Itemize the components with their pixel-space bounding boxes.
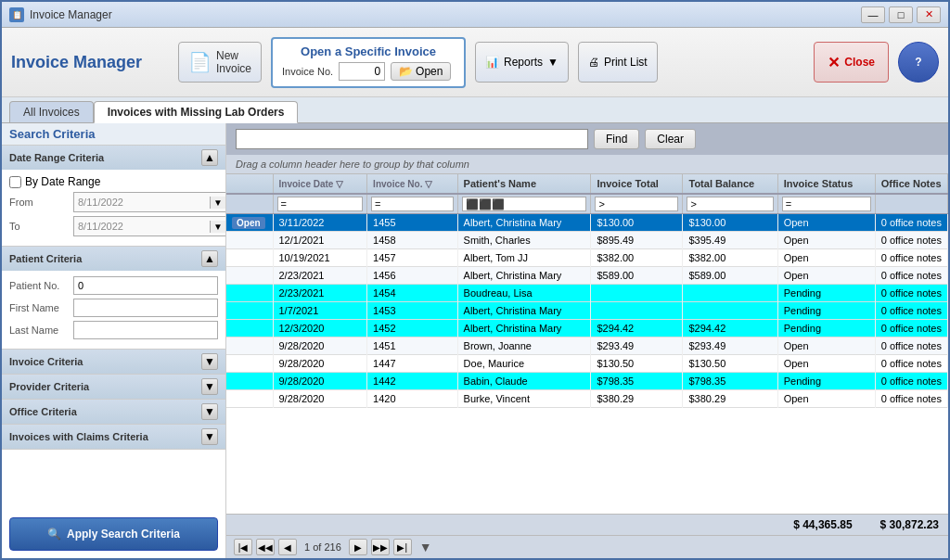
minimize-button[interactable]: — xyxy=(861,6,885,23)
row-invoice-no: 1457 xyxy=(367,249,457,267)
close-button[interactable]: ✕ Close xyxy=(814,42,889,83)
claims-criteria-header[interactable]: Invoices with Claims Criteria ▼ xyxy=(2,425,225,449)
sidebar-title: Search Criteria xyxy=(2,123,225,146)
new-invoice-button[interactable]: 📄 New Invoice xyxy=(178,42,262,83)
invoice-no-input[interactable] xyxy=(339,62,385,81)
page-prev-prev-button[interactable]: ◀◀ xyxy=(256,539,275,555)
row-invoice-no: 1452 xyxy=(367,320,457,337)
row-invoice-no: 1442 xyxy=(367,373,457,390)
row-invoice-no: 1458 xyxy=(367,232,457,249)
date-range-toggle[interactable]: ▲ xyxy=(201,149,218,166)
filter-date-input[interactable] xyxy=(277,197,364,211)
col-header-patient-name[interactable]: Patient's Name xyxy=(457,174,591,194)
claims-criteria-toggle[interactable]: ▼ xyxy=(201,428,218,445)
row-status-badge xyxy=(226,249,273,267)
table-row[interactable]: Open3/11/20221455Albert, Christina Mary$… xyxy=(226,214,948,232)
print-list-label: Print List xyxy=(604,56,648,69)
tab-missing-lab-orders[interactable]: Invoices with Missing Lab Orders xyxy=(94,101,299,123)
col-header-invoice-no[interactable]: Invoice No. ▽ xyxy=(367,174,457,194)
row-invoice-total: $895.49 xyxy=(591,232,683,249)
col-header-invoice-total[interactable]: Invoice Total xyxy=(591,174,683,194)
reports-button[interactable]: 📊 Reports ▼ xyxy=(475,42,569,83)
find-label: Find xyxy=(606,133,627,146)
open-invoice-button[interactable]: 📂 Open xyxy=(391,62,451,81)
find-button[interactable]: Find xyxy=(594,129,639,149)
date-range-header[interactable]: Date Range Criteria ▲ xyxy=(2,146,225,170)
print-list-button[interactable]: 🖨 Print List xyxy=(578,42,658,83)
help-button[interactable]: ? xyxy=(898,42,939,83)
apply-search-button[interactable]: 🔍 Apply Search Criteria xyxy=(9,517,218,551)
invoice-criteria-toggle[interactable]: ▼ xyxy=(201,353,218,370)
table-row[interactable]: 9/28/20201420Burke, Vincent$380.29$380.2… xyxy=(226,390,948,408)
by-date-range-checkbox[interactable] xyxy=(9,176,21,188)
page-next-next-button[interactable]: ▶▶ xyxy=(371,539,390,555)
filter-no-input[interactable] xyxy=(371,197,453,211)
table-row[interactable]: 2/23/20211456Albert, Christina Mary$589.… xyxy=(226,267,948,285)
table-row[interactable]: 12/3/20201452Albert, Christina Mary$294.… xyxy=(226,320,948,337)
col-header-office-notes[interactable]: Office Notes xyxy=(875,174,947,194)
office-criteria-toggle[interactable]: ▼ xyxy=(201,403,218,420)
page-prev-button[interactable]: ◀ xyxy=(278,539,297,555)
patient-no-row: Patient No. xyxy=(9,276,218,295)
pagination: |◀ ◀◀ ◀ 1 of 216 ▶ ▶▶ ▶| ▼ xyxy=(226,535,948,558)
filter-patient-input[interactable] xyxy=(462,197,587,211)
col-header-total-balance[interactable]: Total Balance xyxy=(683,174,777,194)
app-icon: 📋 xyxy=(9,7,24,22)
row-date: 2/23/2021 xyxy=(273,267,367,285)
provider-criteria-toggle[interactable]: ▼ xyxy=(201,378,218,395)
row-status: Open xyxy=(777,337,875,355)
row-invoice-total xyxy=(591,285,683,302)
page-first-button[interactable]: |◀ xyxy=(234,539,252,555)
page-last-button[interactable]: ▶| xyxy=(393,539,412,555)
row-office-notes: 0 office notes xyxy=(875,285,947,302)
clear-button[interactable]: Clear xyxy=(645,129,696,149)
row-office-notes: 0 office notes xyxy=(875,232,947,249)
filter-patient xyxy=(457,194,591,214)
close-window-button[interactable]: ✕ xyxy=(917,6,941,23)
maximize-button[interactable]: □ xyxy=(889,6,913,23)
clear-label: Clear xyxy=(657,133,684,146)
filter-status-input[interactable] xyxy=(782,197,871,211)
search-input[interactable] xyxy=(236,129,588,149)
table-row[interactable]: 1/7/20211453Albert, Christina MaryPendin… xyxy=(226,302,948,320)
table-row[interactable]: 9/28/20201447Doe, Maurice$130.50$130.50O… xyxy=(226,355,948,373)
tab-all-invoices[interactable]: All Invoices xyxy=(9,101,94,122)
invoice-criteria-header[interactable]: Invoice Criteria ▼ xyxy=(2,350,225,374)
table-row[interactable]: 9/28/20201442Babin, Claude$798.35$798.35… xyxy=(226,373,948,390)
table-row[interactable]: 12/1/20211458Smith, Charles$895.49$395.4… xyxy=(226,232,948,249)
title-bar-left: 📋 Invoice Manager xyxy=(9,7,112,22)
table-row[interactable]: 9/28/20201451Brown, Joanne$293.49$293.49… xyxy=(226,337,948,355)
from-date-input[interactable] xyxy=(74,193,210,211)
row-invoice-no: 1420 xyxy=(367,390,457,408)
patient-no-label: Patient No. xyxy=(9,280,70,291)
to-date-input[interactable] xyxy=(74,217,210,235)
invoice-criteria-label: Invoice Criteria xyxy=(9,356,83,367)
by-date-range-label: By Date Range xyxy=(25,175,100,188)
first-name-input[interactable] xyxy=(73,299,218,317)
page-next-button[interactable]: ▶ xyxy=(349,539,367,555)
row-total-balance: $380.29 xyxy=(683,390,777,408)
col-header-invoice-status[interactable]: Invoice Status xyxy=(777,174,875,194)
col-header-invoice-date[interactable]: Invoice Date ▽ xyxy=(273,174,367,194)
patient-no-input[interactable] xyxy=(73,276,218,295)
apply-search-label: Apply Search Criteria xyxy=(67,528,180,541)
patient-criteria-header[interactable]: Patient Criteria ▲ xyxy=(2,247,225,271)
row-invoice-total: $130.50 xyxy=(591,355,683,373)
sidebar: Search Criteria Date Range Criteria ▲ By… xyxy=(2,123,226,558)
office-criteria-header[interactable]: Office Criteria ▼ xyxy=(2,400,225,424)
patient-criteria-toggle[interactable]: ▲ xyxy=(201,250,218,267)
provider-criteria-header[interactable]: Provider Criteria ▼ xyxy=(2,375,225,399)
table-row[interactable]: 2/23/20211454Boudreau, LisaPending0 offi… xyxy=(226,285,948,302)
last-name-row: Last Name xyxy=(9,321,218,339)
filter-balance-input[interactable] xyxy=(687,197,773,211)
last-name-input[interactable] xyxy=(73,321,218,339)
col-header-status-badge[interactable] xyxy=(226,174,273,194)
folder-icon: 📂 xyxy=(399,65,413,78)
row-date: 9/28/2020 xyxy=(273,373,367,390)
balance-sum: $ 30,872.23 xyxy=(880,518,939,531)
filter-total-input[interactable] xyxy=(595,197,678,211)
row-invoice-total xyxy=(591,302,683,320)
from-date-arrow[interactable]: ▼ xyxy=(210,197,225,209)
table-row[interactable]: 10/19/20211457Albert, Tom JJ$382.00$382.… xyxy=(226,249,948,267)
to-date-arrow[interactable]: ▼ xyxy=(210,221,225,233)
